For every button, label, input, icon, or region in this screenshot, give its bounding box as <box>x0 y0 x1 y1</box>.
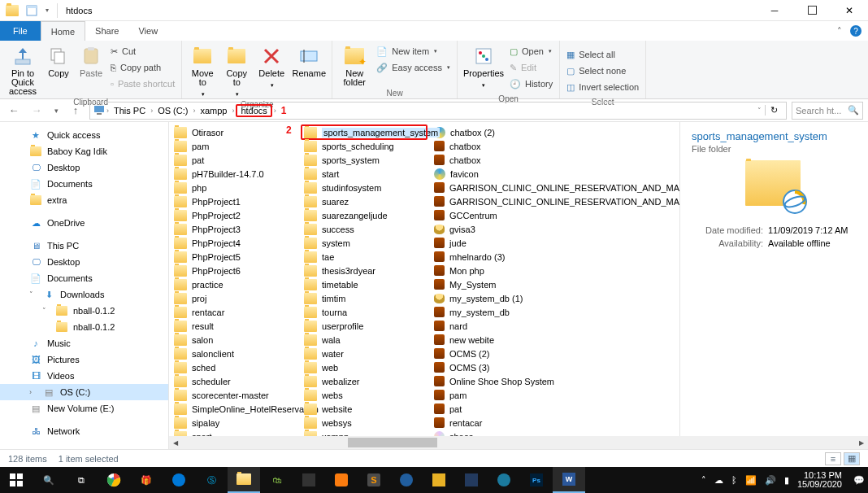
photoshop-button[interactable]: Ps <box>520 467 553 493</box>
details-view-button[interactable]: ≡ <box>825 452 841 465</box>
delete-button[interactable]: Delete▾ <box>254 42 289 89</box>
nav-baboy[interactable]: Baboy Kag Idik <box>0 143 168 159</box>
list-item[interactable]: wala <box>299 333 429 347</box>
tray-wifi-icon[interactable]: 📶 <box>745 475 757 486</box>
tab-file[interactable]: File <box>0 21 41 41</box>
minimize-button[interactable]: ─ <box>756 0 793 21</box>
list-item[interactable]: website <box>299 402 429 416</box>
list-item[interactable]: practice <box>169 277 299 291</box>
skype-button[interactable]: Ⓢ <box>195 467 228 493</box>
list-item[interactable]: suarez <box>299 194 429 208</box>
nav-thispc[interactable]: 🖥This PC <box>0 238 168 254</box>
pin-quickaccess-button[interactable]: Pin to Quick access <box>3 42 42 96</box>
store-button[interactable]: 🛍 <box>260 467 293 493</box>
qat-dropdown-icon[interactable]: ▾ <box>42 2 52 20</box>
nav-pictures[interactable]: 🖼Pictures <box>0 351 168 368</box>
list-item[interactable]: web <box>299 360 429 374</box>
list-item[interactable]: PhpProject2 <box>169 208 299 222</box>
list-item[interactable]: water <box>299 347 429 360</box>
nav-downloads[interactable]: ˅⬇Downloads <box>0 286 168 303</box>
nav-osc[interactable]: ›▤OS (C:) <box>0 384 168 400</box>
history-button[interactable]: 🕘History <box>510 76 553 91</box>
edge-button[interactable] <box>163 467 195 493</box>
list-item[interactable]: pat <box>429 402 673 416</box>
scroll-thumb[interactable] <box>348 438 437 447</box>
nav-onedrive[interactable]: ☁OneDrive <box>0 215 168 231</box>
list-item[interactable]: pam <box>429 388 673 402</box>
nav-music[interactable]: ♪Music <box>0 335 168 351</box>
list-item[interactable]: chatbox <box>429 139 673 153</box>
app-button-1[interactable] <box>293 467 325 493</box>
list-item[interactable]: sipalay <box>169 416 299 430</box>
breadcrumb[interactable]: › This PC› OS (C:)› xampp› htdocs› 1 ˅ ↻ <box>89 102 787 120</box>
search-button[interactable]: 🔍 <box>33 467 65 493</box>
list-item[interactable]: tae <box>299 250 429 264</box>
list-item[interactable]: sports_scheduling <box>299 139 429 153</box>
invertselection-button[interactable]: ◫Invert selection <box>566 80 639 94</box>
crumb-htdocs[interactable]: htdocs <box>236 104 271 117</box>
list-item[interactable]: mhelnardo (3) <box>429 250 673 264</box>
newfolder-button[interactable]: ✦ New folder <box>336 42 373 87</box>
list-item[interactable]: userprofile <box>299 319 429 333</box>
list-item[interactable]: system <box>299 236 429 250</box>
close-button[interactable]: ✕ <box>831 0 868 21</box>
list-item[interactable]: chatbox (2) <box>429 125 673 139</box>
qat-props-icon[interactable] <box>23 2 41 20</box>
list-item[interactable]: PhpProject4 <box>169 236 299 250</box>
properties-button[interactable]: Properties▾ <box>461 42 506 89</box>
breadcrumb-dropdown-icon[interactable]: ˅ <box>757 107 763 115</box>
tray-volume-icon[interactable]: 🔊 <box>765 475 776 486</box>
list-item[interactable]: new webite <box>429 333 673 347</box>
list-item[interactable]: SimpleOnline_HotelReservation <box>169 402 299 416</box>
list-item[interactable]: thesis3rdyear <box>299 264 429 277</box>
open-button[interactable]: ▢Open▾ <box>510 44 553 59</box>
search-input[interactable]: Search ht...🔍 <box>792 102 863 120</box>
maximize-button[interactable] <box>793 0 831 21</box>
moveto-button[interactable]: Move to▾ <box>185 42 219 98</box>
nav-extra[interactable]: extra <box>0 192 168 208</box>
list-item[interactable]: studinfosystem <box>299 181 429 194</box>
list-item[interactable]: PhpProject1 <box>169 194 299 208</box>
nav-pc-desktop[interactable]: 🖵Desktop <box>0 254 168 270</box>
list-item[interactable]: chatbox <box>429 153 673 167</box>
list-item[interactable]: pat <box>169 153 299 167</box>
tab-home[interactable]: Home <box>41 21 85 41</box>
list-item[interactable]: sports_management_system <box>299 125 429 139</box>
large-icons-view-button[interactable]: ▦ <box>844 452 860 465</box>
up-button[interactable]: ↑ <box>67 102 85 120</box>
list-item[interactable]: salon <box>169 333 299 347</box>
word-button[interactable]: W <box>553 467 585 493</box>
list-item[interactable]: tourna <box>299 305 429 319</box>
list-item[interactable]: my_system_db (1) <box>429 291 673 305</box>
app-gift-button[interactable]: 🎁 <box>130 467 163 493</box>
recent-button[interactable]: ▾ <box>50 102 62 120</box>
scroll-left-button[interactable]: ◀ <box>169 436 182 449</box>
list-item[interactable]: salonclient <box>169 347 299 360</box>
list-item[interactable]: gvisa3 <box>429 222 673 236</box>
crumb-osc[interactable]: OS (C:) <box>154 105 191 116</box>
help-icon[interactable]: ? <box>850 25 861 37</box>
app-button-4[interactable] <box>455 467 488 493</box>
edit-button[interactable]: ✎Edit <box>510 60 553 75</box>
list-item[interactable]: php <box>169 181 299 194</box>
list-item[interactable]: scorecenter-master <box>169 388 299 402</box>
list-item[interactable]: PhpProject6 <box>169 264 299 277</box>
list-item[interactable]: PhpProject3 <box>169 222 299 236</box>
copypath-button[interactable]: ⎘Copy path <box>111 60 175 75</box>
list-item[interactable]: Otirasor <box>169 125 299 139</box>
list-item[interactable]: Online Shoe Shop System <box>429 374 673 388</box>
list-item[interactable]: GCCentrum <box>429 208 673 222</box>
refresh-button[interactable]: ↻ <box>765 105 783 116</box>
list-item[interactable]: success <box>299 222 429 236</box>
crumb-thispc[interactable]: This PC <box>111 105 149 116</box>
paste-button[interactable]: Paste <box>75 42 107 78</box>
list-item[interactable]: my_system_db <box>429 305 673 319</box>
xampp-button[interactable] <box>325 467 358 493</box>
list-item[interactable]: result <box>169 319 299 333</box>
nav-nball1[interactable]: ˅nball-0.1.2 <box>0 303 168 319</box>
list-item[interactable]: rentacar <box>429 416 673 430</box>
app-button-5[interactable] <box>488 467 520 493</box>
tab-share[interactable]: Share <box>85 21 128 41</box>
list-item[interactable]: My_System <box>429 277 673 291</box>
tray-expand-icon[interactable]: ˄ <box>701 475 706 486</box>
